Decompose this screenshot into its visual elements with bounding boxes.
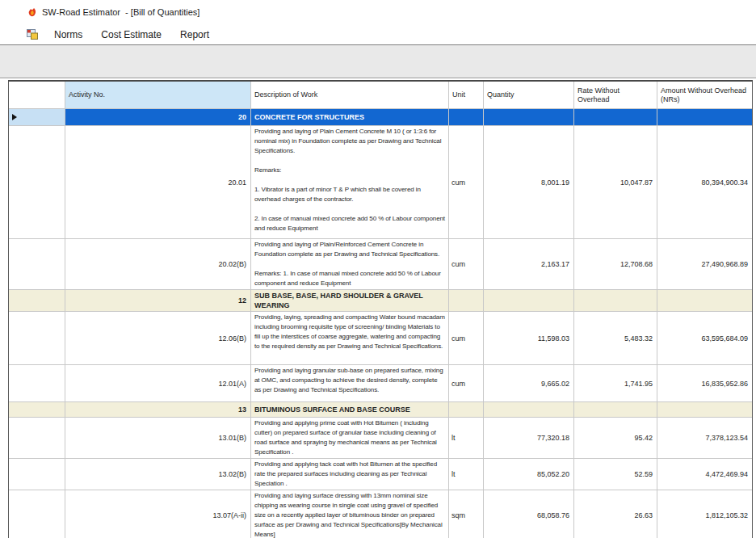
- activity-no-cell[interactable]: 20.01: [65, 126, 251, 239]
- rate-cell[interactable]: 5,483.32: [574, 312, 657, 365]
- quantity-cell[interactable]: [484, 402, 574, 418]
- table-row[interactable]: 13.07(A-ii)Providing and laying surface …: [9, 490, 752, 538]
- unit-cell[interactable]: cum: [449, 126, 484, 239]
- app-flame-icon: [27, 7, 37, 18]
- quantity-cell[interactable]: 68,058.76: [484, 490, 574, 538]
- rate-cell[interactable]: [574, 109, 657, 126]
- amount-cell[interactable]: 7,378,123.54: [657, 418, 752, 459]
- unit-cell[interactable]: lt: [449, 418, 484, 459]
- row-selector-cell[interactable]: [9, 365, 65, 402]
- description-cell[interactable]: BITUMINOUS SURFACE AND BASE COURSE: [251, 402, 449, 418]
- grid-header-row: Activity No. Description of Work Unit Qu…: [9, 82, 752, 109]
- column-header-unit[interactable]: Unit: [449, 82, 484, 109]
- title-bar: SW-Road Estimator - [Bill of Quantities]: [0, 0, 756, 24]
- unit-cell[interactable]: [449, 109, 484, 126]
- description-cell[interactable]: SUB BASE, BASE, HARD SHOULDER & GRAVEL W…: [251, 290, 449, 312]
- bill-of-quantities-grid: Activity No. Description of Work Unit Qu…: [8, 80, 753, 538]
- menu-item-norms[interactable]: Norms: [48, 27, 89, 43]
- activity-no-cell[interactable]: 13: [65, 402, 251, 418]
- amount-cell[interactable]: [657, 290, 752, 312]
- activity-no-cell[interactable]: 12.06(B): [65, 312, 251, 365]
- rate-cell[interactable]: 52.59: [574, 459, 657, 490]
- quantity-cell[interactable]: 77,320.18: [484, 418, 574, 459]
- group-row[interactable]: 20CONCRETE FOR STRUCTURES: [9, 109, 752, 126]
- description-cell[interactable]: Providing, laying, spreading and compact…: [251, 312, 449, 365]
- toolbar-strip: [0, 45, 756, 78]
- menu-bar: Norms Cost Estimate Report: [0, 24, 756, 45]
- unit-cell[interactable]: [449, 290, 484, 312]
- amount-cell[interactable]: 27,490,968.89: [657, 239, 752, 290]
- quantity-cell[interactable]: [484, 290, 574, 312]
- activity-no-cell[interactable]: 13.02(B): [65, 459, 251, 490]
- description-cell[interactable]: Providing and laying of Plain/Reinforced…: [251, 239, 449, 290]
- group-row[interactable]: 12SUB BASE, BASE, HARD SHOULDER & GRAVEL…: [9, 290, 752, 312]
- mdi-form-icon: [27, 29, 38, 40]
- column-header-amount[interactable]: Amount Without Overhead (NRs): [657, 82, 752, 109]
- column-header-activity-no[interactable]: Activity No.: [65, 82, 251, 109]
- group-row[interactable]: 13BITUMINOUS SURFACE AND BASE COURSE: [9, 402, 752, 418]
- amount-cell[interactable]: 1,812,105.32: [657, 490, 752, 538]
- row-selector-header[interactable]: [9, 82, 65, 109]
- amount-cell[interactable]: 80,394,900.34: [657, 126, 752, 239]
- rate-cell[interactable]: 95.42: [574, 418, 657, 459]
- activity-no-cell[interactable]: 20.02(B): [65, 239, 251, 290]
- row-selector-cell[interactable]: [9, 126, 65, 239]
- description-cell[interactable]: Providing and laying of Plain Cement Con…: [251, 126, 449, 239]
- quantity-cell[interactable]: 2,163.17: [484, 239, 574, 290]
- table-row[interactable]: 13.01(B)Providing and applying prime coa…: [9, 418, 752, 459]
- rate-cell[interactable]: 12,708.68: [574, 239, 657, 290]
- quantity-cell[interactable]: 9,665.02: [484, 365, 574, 402]
- unit-cell[interactable]: cum: [449, 312, 484, 365]
- table-row[interactable]: 12.01(A)Providing and laying granular su…: [9, 365, 752, 402]
- row-selector-cell[interactable]: [9, 109, 65, 126]
- rate-cell[interactable]: [574, 290, 657, 312]
- row-selector-cell[interactable]: [9, 312, 65, 365]
- activity-no-cell[interactable]: 20: [65, 109, 251, 126]
- activity-no-cell[interactable]: 13.07(A-ii): [65, 490, 251, 538]
- row-selector-cell[interactable]: [9, 490, 65, 538]
- unit-cell[interactable]: lt: [449, 459, 484, 490]
- description-cell[interactable]: Providing and applying prime coat with H…: [251, 418, 449, 459]
- current-row-arrow-icon: [12, 114, 17, 120]
- row-selector-cell[interactable]: [9, 290, 65, 312]
- quantity-cell[interactable]: [484, 109, 574, 126]
- amount-cell[interactable]: 16,835,952.86: [657, 365, 752, 402]
- amount-cell[interactable]: [657, 109, 752, 126]
- amount-cell[interactable]: [657, 402, 752, 418]
- unit-cell[interactable]: cum: [449, 239, 484, 290]
- quantity-cell[interactable]: 85,052.20: [484, 459, 574, 490]
- grid-body: 20CONCRETE FOR STRUCTURES20.01Providing …: [9, 109, 752, 538]
- quantity-cell[interactable]: 8,001.19: [484, 126, 574, 239]
- description-cell[interactable]: Providing and applying tack coat with ho…: [251, 459, 449, 490]
- table-row[interactable]: 20.02(B)Providing and laying of Plain/Re…: [9, 239, 752, 290]
- menu-item-report[interactable]: Report: [174, 27, 216, 43]
- column-header-rate[interactable]: Rate Without Overhead: [574, 82, 657, 109]
- unit-cell[interactable]: [449, 402, 484, 418]
- description-cell[interactable]: Providing and laying granular sub-base o…: [251, 365, 449, 402]
- table-row[interactable]: 13.02(B)Providing and applying tack coat…: [9, 459, 752, 490]
- rate-cell[interactable]: [574, 402, 657, 418]
- column-header-quantity[interactable]: Quantity: [484, 82, 574, 109]
- unit-cell[interactable]: sqm: [449, 490, 484, 538]
- amount-cell[interactable]: 4,472,469.94: [657, 459, 752, 490]
- amount-cell[interactable]: 63,595,684.09: [657, 312, 752, 365]
- activity-no-cell[interactable]: 12.01(A): [65, 365, 251, 402]
- unit-cell[interactable]: cum: [449, 365, 484, 402]
- description-cell[interactable]: CONCRETE FOR STRUCTURES: [251, 109, 449, 126]
- row-selector-cell[interactable]: [9, 239, 65, 290]
- menu-item-cost-estimate[interactable]: Cost Estimate: [94, 27, 168, 43]
- row-selector-cell[interactable]: [9, 459, 65, 490]
- row-selector-cell[interactable]: [9, 402, 65, 418]
- activity-no-cell[interactable]: 13.01(B): [65, 418, 251, 459]
- table-row[interactable]: 20.01Providing and laying of Plain Cemen…: [9, 126, 752, 239]
- quantity-cell[interactable]: 11,598.03: [484, 312, 574, 365]
- table-row[interactable]: 12.06(B)Providing, laying, spreading and…: [9, 312, 752, 365]
- description-cell[interactable]: Providing and laying surface dressing wi…: [251, 490, 449, 538]
- rate-cell[interactable]: 10,047.87: [574, 126, 657, 239]
- column-header-description[interactable]: Description of Work: [251, 82, 449, 109]
- rate-cell[interactable]: 26.63: [574, 490, 657, 538]
- activity-no-cell[interactable]: 12: [65, 290, 251, 312]
- rate-cell[interactable]: 1,741.95: [574, 365, 657, 402]
- window-title: SW-Road Estimator - [Bill of Quantities]: [42, 7, 200, 17]
- row-selector-cell[interactable]: [9, 418, 65, 459]
